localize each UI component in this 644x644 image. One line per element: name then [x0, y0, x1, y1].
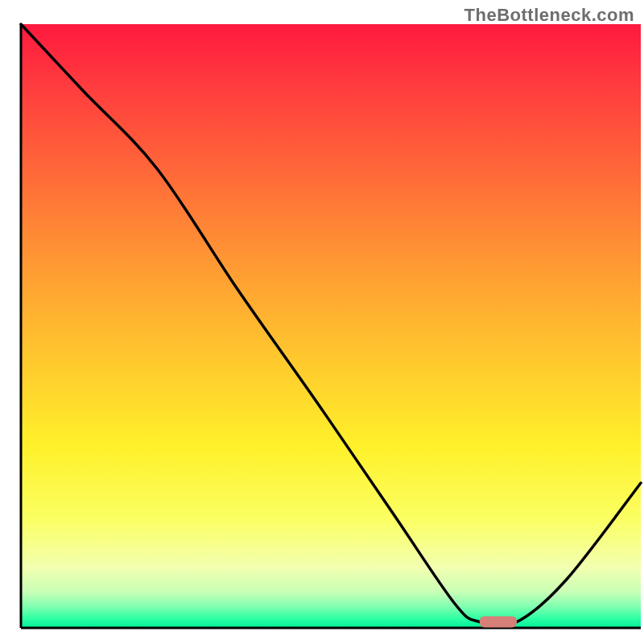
chart-container: TheBottleneck.com: [0, 0, 644, 644]
bottleneck-chart: [0, 0, 644, 644]
optimal-marker: [480, 617, 517, 628]
plot-background: [21, 24, 641, 628]
